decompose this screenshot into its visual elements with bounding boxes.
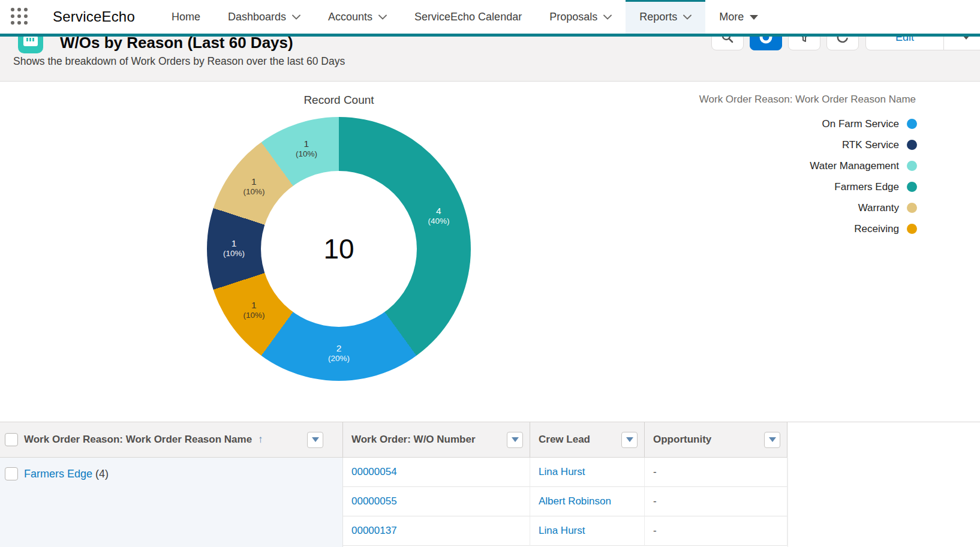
chevron-down-icon bbox=[683, 14, 692, 20]
caret-down-icon bbox=[312, 437, 319, 442]
table-cell-opportunity: - bbox=[645, 516, 787, 546]
report-table: Work Order Reason: Work Order Reason Nam… bbox=[0, 422, 980, 547]
legend-item-rtk-service[interactable]: RTK Service bbox=[810, 134, 917, 155]
legend-item-water-management[interactable]: Water Management bbox=[810, 155, 917, 176]
legend-item-warranty[interactable]: Warranty bbox=[810, 197, 917, 218]
report-header: W/Os by Reason (Last 60 Days) Shows the … bbox=[0, 37, 980, 82]
chart-title: Record Count bbox=[264, 94, 414, 107]
table-cell-opportunity: - bbox=[645, 487, 787, 516]
opportunity-value: - bbox=[653, 466, 657, 478]
legend-swatch bbox=[907, 119, 917, 129]
work-order-link[interactable]: 00000137 bbox=[351, 525, 397, 537]
column-header-label: Crew Lead bbox=[539, 434, 590, 446]
group-label: Farmers Edge (4) bbox=[24, 468, 109, 480]
crew-lead-link[interactable]: Lina Hurst bbox=[539, 525, 585, 537]
caret-down-icon bbox=[626, 437, 633, 442]
chevron-down-icon bbox=[378, 14, 387, 20]
opportunity-value: - bbox=[653, 525, 657, 537]
nav-item-label: More bbox=[719, 11, 744, 23]
work-order-link[interactable]: 00000054 bbox=[351, 466, 397, 478]
legend-item-farmers-edge[interactable]: Farmers Edge bbox=[810, 176, 917, 197]
legend-label: RTK Service bbox=[842, 139, 899, 151]
page-subtitle: Shows the breakdown of Work Orders by Re… bbox=[13, 55, 345, 68]
group-cell: Farmers Edge (4) bbox=[0, 458, 343, 547]
table-cell-wo_number: 00000054 bbox=[343, 458, 530, 487]
nav-item-label: Proposals bbox=[549, 11, 597, 23]
table-right-border bbox=[787, 458, 788, 547]
table-cell-wo_number: 00000055 bbox=[343, 487, 530, 516]
column-header-label: Work Order Reason: Work Order Reason Nam… bbox=[24, 434, 252, 446]
table-cell-opportunity: - bbox=[645, 458, 787, 487]
nav-item-more[interactable]: More bbox=[705, 0, 772, 34]
table-cell-crew_lead: Lina Hurst bbox=[530, 458, 645, 487]
legend-label: On Farm Service bbox=[822, 118, 899, 130]
nav-item-label: ServiceEcho Calendar bbox=[414, 11, 522, 23]
legend-swatch bbox=[907, 224, 917, 234]
table-cell-crew_lead: Lina Hurst bbox=[530, 516, 645, 546]
opportunity-value: - bbox=[653, 495, 657, 507]
legend-label: Warranty bbox=[858, 202, 899, 214]
nav-items: HomeDashboardsAccountsServiceEcho Calend… bbox=[158, 0, 772, 34]
crew-lead-link[interactable]: Lina Hurst bbox=[539, 466, 585, 478]
legend-swatch bbox=[907, 140, 917, 150]
nav-bottom-accent bbox=[0, 34, 980, 37]
column-menu-button[interactable] bbox=[307, 432, 323, 448]
nav-item-proposals[interactable]: Proposals bbox=[536, 0, 626, 34]
column-header-1[interactable]: Work Order Reason: Work Order Reason Nam… bbox=[0, 422, 343, 458]
nav-item-dashboards[interactable]: Dashboards bbox=[214, 0, 314, 34]
donut-total: 10 bbox=[323, 233, 354, 265]
legend-title: Work Order Reason: Work Order Reason Nam… bbox=[699, 94, 916, 106]
nav-item-reports[interactable]: Reports bbox=[626, 0, 705, 34]
chevron-down-icon bbox=[292, 14, 300, 20]
legend-swatch bbox=[907, 161, 917, 171]
chevron-down-icon bbox=[603, 14, 612, 20]
caret-down-icon bbox=[512, 437, 519, 442]
work-order-link[interactable]: 00000055 bbox=[351, 495, 397, 507]
group-count: (4) bbox=[95, 468, 109, 480]
group-link[interactable]: Farmers Edge bbox=[24, 468, 92, 480]
legend-label: Receiving bbox=[854, 223, 899, 235]
column-header-label: Work Order: W/O Number bbox=[351, 434, 476, 446]
nav-item-home[interactable]: Home bbox=[158, 0, 214, 34]
brand-logo[interactable]: ServiceEcho bbox=[53, 8, 135, 25]
column-header-3[interactable]: Crew Lead bbox=[530, 422, 645, 458]
donut-hole: 10 bbox=[261, 171, 417, 327]
screen: ServiceEcho HomeDashboardsAccountsServic… bbox=[0, 0, 980, 547]
column-menu-button[interactable] bbox=[621, 432, 638, 448]
nav-item-label: Home bbox=[172, 11, 200, 23]
column-header-label: Opportunity bbox=[653, 434, 711, 446]
crew-lead-link[interactable]: Albert Robinson bbox=[539, 495, 611, 507]
column-header-4[interactable]: Opportunity bbox=[645, 422, 787, 458]
donut-chart[interactable]: 10 4(40%)2(20%)1(10%)1(10%)1(10%)1(10%) bbox=[207, 117, 471, 381]
app-launcher-icon[interactable] bbox=[11, 8, 29, 26]
top-nav: ServiceEcho HomeDashboardsAccountsServic… bbox=[0, 0, 980, 34]
legend-item-receiving[interactable]: Receiving bbox=[810, 218, 917, 239]
select-all-checkbox[interactable] bbox=[5, 433, 18, 446]
nav-item-accounts[interactable]: Accounts bbox=[314, 0, 401, 34]
table-cell-wo_number: 00000137 bbox=[343, 516, 530, 546]
caret-down-icon bbox=[750, 15, 758, 20]
row-checkbox[interactable] bbox=[5, 467, 18, 480]
nav-item-label: Accounts bbox=[328, 11, 372, 23]
legend-swatch bbox=[907, 203, 917, 213]
nav-item-label: Dashboards bbox=[228, 11, 286, 23]
legend-item-on-farm-service[interactable]: On Farm Service bbox=[810, 113, 917, 134]
table-cell-crew_lead: Albert Robinson bbox=[530, 487, 645, 516]
column-header-2[interactable]: Work Order: W/O Number bbox=[343, 422, 530, 458]
nav-item-label: Reports bbox=[639, 11, 677, 23]
legend-swatch bbox=[907, 182, 917, 192]
sort-ascending-icon: ↑ bbox=[258, 434, 263, 446]
legend-label: Farmers Edge bbox=[834, 181, 899, 193]
legend-label: Water Management bbox=[810, 160, 899, 172]
nav-item-serviceecho-calendar[interactable]: ServiceEcho Calendar bbox=[401, 0, 536, 34]
column-menu-button[interactable] bbox=[764, 432, 780, 448]
chart-legend: On Farm ServiceRTK ServiceWater Manageme… bbox=[810, 113, 917, 239]
column-menu-button[interactable] bbox=[507, 432, 523, 448]
caret-down-icon bbox=[769, 437, 776, 442]
